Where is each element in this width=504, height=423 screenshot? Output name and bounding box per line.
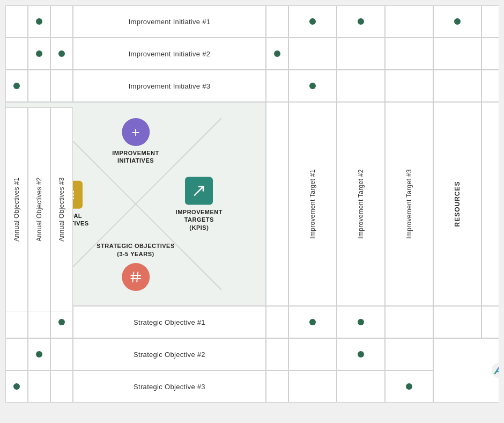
r2-c9	[433, 38, 481, 70]
s1-c10	[481, 306, 499, 338]
s3-c8	[385, 370, 433, 403]
s2-c2	[28, 338, 50, 370]
r1-c9	[433, 5, 481, 38]
r3-c2	[28, 70, 50, 102]
improvement-targets-label: IMPROVEMENTTARGETS(KPIS)	[176, 208, 223, 231]
strategic-objectives-label: STRATEGIC OBJECTIVES(3-5 YEARS)	[97, 242, 174, 258]
strategic-obj-1-label: Strategic Objective #1	[73, 306, 266, 338]
r3-c5	[266, 70, 288, 102]
r2-c7	[337, 38, 385, 70]
col5-header	[266, 102, 288, 306]
svg-line-9	[132, 272, 134, 282]
annual-obj-1-header: Annual Objectives #1	[5, 107, 28, 311]
r1-c6	[288, 5, 337, 38]
s3-c3	[50, 370, 73, 403]
r3-c7	[337, 70, 385, 102]
initiative-1-label: Improvement Initiative #1	[73, 5, 266, 38]
r1-c10	[481, 5, 499, 38]
r3-c9	[433, 70, 481, 102]
r3-c10	[481, 70, 499, 102]
r3-c8	[385, 70, 433, 102]
r2-c1	[5, 38, 28, 70]
s2-c6	[288, 338, 337, 370]
s1-c5	[266, 306, 288, 338]
svg-line-10	[137, 272, 138, 282]
s1-c6	[288, 306, 337, 338]
r2-c2	[28, 38, 50, 70]
s2-c9: AhaSlides	[433, 338, 499, 403]
svg-line-8	[195, 187, 203, 195]
r3-c1	[5, 70, 28, 102]
strategic-obj-3-label: Strategic Objective #3	[73, 370, 266, 403]
ahaslides-brand: AhaSlides	[491, 362, 499, 379]
improvement-target-2-header: Improvement Target #2	[337, 102, 385, 306]
r3-c3	[50, 70, 73, 102]
r1-c7	[337, 5, 385, 38]
resources-header: RESOURCES	[433, 102, 481, 306]
improvement-target-1-header: Improvement Target #1	[288, 102, 337, 306]
r2-c8	[385, 38, 433, 70]
s1-c8	[385, 306, 433, 338]
initiative-2-label: Improvement Initiative #2	[73, 38, 266, 70]
initiative-3-label: Improvement Initiative #3	[73, 70, 266, 102]
r2-c10	[481, 38, 499, 70]
s3-c2	[28, 370, 50, 403]
s2-c5	[266, 338, 288, 370]
strategic-objectives-icon	[122, 263, 150, 291]
s2-c7	[337, 338, 385, 370]
s2-c1	[5, 338, 28, 370]
improvement-targets-icon	[185, 177, 213, 205]
s3-c1	[5, 370, 28, 403]
strategic-obj-2-label: Strategic Objective #2	[73, 338, 266, 370]
r2-c6	[288, 38, 337, 70]
improvement-initiatives-label: IMPROVEMENTINITIATIVES	[112, 149, 159, 165]
annual-obj-3-header: Annual Objectives #3	[50, 107, 73, 311]
s2-c3	[50, 338, 73, 370]
improvement-initiatives-icon: +	[122, 118, 150, 146]
s3-c7	[337, 370, 385, 403]
r1-c5	[266, 5, 288, 38]
r3-c6	[288, 70, 337, 102]
r1-c2	[28, 5, 50, 38]
team-member-1-header: Team Member #1	[481, 102, 499, 306]
r2-c5	[266, 38, 288, 70]
s3-c5	[266, 370, 288, 403]
slide-container: Improvement Initiative #1 Improvement In…	[5, 5, 499, 423]
s2-c8	[385, 338, 433, 370]
annual-obj-2-header: Annual Objectives #2	[28, 107, 50, 311]
r1-c3	[50, 5, 73, 38]
s1-c7	[337, 306, 385, 338]
improvement-target-3-header: Improvement Target #3	[385, 102, 433, 306]
s3-c6	[288, 370, 337, 403]
ahaslides-logo-icon	[491, 362, 499, 379]
s1-c9	[433, 306, 481, 338]
r1-c1	[5, 5, 28, 38]
r2-c3	[50, 38, 73, 70]
r1-c8	[385, 5, 433, 38]
